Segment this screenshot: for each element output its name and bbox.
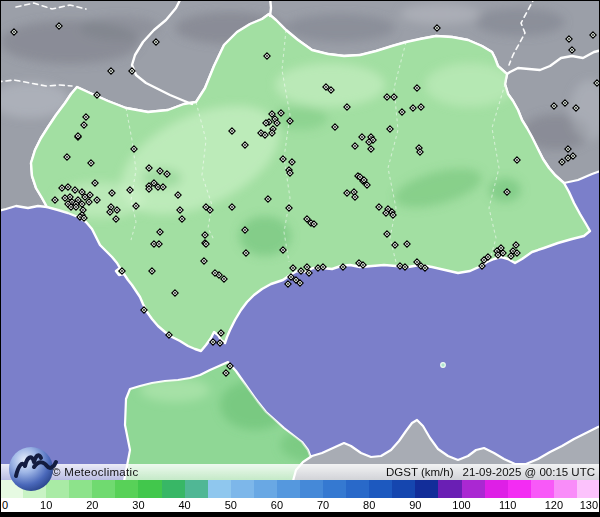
station-marker-dot [567,148,569,150]
station-marker-dot [291,161,293,163]
scale-segment [138,480,161,498]
station-marker-dot [389,128,391,130]
station-marker-dot [155,41,157,43]
station-marker-dot [596,82,598,84]
station-marker-dot [288,207,290,209]
station-marker-dot [220,332,222,334]
scale-tick-label: 40 [178,498,190,512]
station-marker-dot [58,25,60,27]
scale-segment [185,480,208,498]
station-marker-dot [135,205,137,207]
station-marker-dot [85,116,87,118]
station-marker-dot [204,234,206,236]
scale-segment [115,480,138,498]
station-marker-dot [353,191,355,193]
station-marker-dot [75,206,77,208]
logo-sphere [9,447,53,491]
station-marker-dot [342,266,344,268]
station-marker-dot [81,191,83,193]
station-marker-dot [205,206,207,208]
station-marker-dot [70,206,72,208]
station-marker-dot [218,274,220,276]
station-marker-dot [61,187,63,189]
station-marker-dot [225,372,227,374]
scale-tick-label: 50 [225,498,237,512]
station-marker-dot [67,186,69,188]
station-marker-dot [212,341,214,343]
scale-tick-label: 70 [317,498,329,512]
scale-segment [69,480,92,498]
scale-segment [254,480,277,498]
station-marker-dot [571,49,573,51]
station-marker-dot [166,173,168,175]
scale-segment [300,480,323,498]
station-marker-dot [129,189,131,191]
scale-tick-label: 60 [271,498,283,512]
station-marker-dot [370,148,372,150]
station-marker-dot [401,111,403,113]
timestamp-label: 21-09-2025 @ 00:15 UTC [463,466,596,478]
station-marker-dot [214,272,216,274]
scale-tick-label: 0 [2,498,8,512]
station-marker-dot [174,292,176,294]
station-marker-dot [330,89,332,91]
station-marker-dot [83,124,85,126]
station-marker-dot [90,162,92,164]
station-marker-dot [157,186,159,188]
scale-tick-label: 100 [452,498,470,512]
station-marker-dot [276,122,278,124]
station-marker-dot [497,254,499,256]
station-marker-dot [84,196,86,198]
scale-segment [92,480,115,498]
station-marker-dot [412,107,414,109]
copyright-link[interactable]: © Meteoclimatic [52,466,138,478]
station-marker-dot [260,132,262,134]
station-marker-dot [13,31,15,33]
station-marker-dot [264,134,266,136]
station-marker-dot [592,34,594,36]
station-marker-dot [419,151,421,153]
station-marker-dot [363,179,365,181]
station-marker-dot [362,264,364,266]
station-marker-dot [366,184,368,186]
station-marker-dot [148,188,150,190]
station-marker-dot [416,261,418,263]
station-marker-dot [317,267,319,269]
station-marker-dot [386,96,388,98]
station-marker-dot [96,94,98,96]
station-marker-dot [313,223,315,225]
station-marker-dot [385,212,387,214]
scale-segment [323,480,346,498]
scale-segment [392,480,415,498]
station-marker-dot [280,112,282,114]
map-canvas [0,0,600,481]
scale-segment [415,480,438,498]
station-marker-dot [354,145,356,147]
station-marker-dot [387,208,389,210]
station-marker-dot [96,199,98,201]
station-marker-dot [290,276,292,278]
wind-gust-color-scale [0,480,600,498]
scale-segment [508,480,531,498]
station-marker-dot [265,122,267,124]
station-marker-dot [111,192,113,194]
station-marker-dot [244,229,246,231]
station-marker-dot [289,120,291,122]
station-marker-dot [567,157,569,159]
station-marker-dot [148,167,150,169]
bottom-black-strip [0,512,600,517]
scale-segment [208,480,231,498]
station-marker-dot [416,87,418,89]
station-marker-dot [266,55,268,57]
station-marker-dot [572,155,574,157]
meteoclimatic-logo[interactable] [5,441,59,495]
station-marker-dot [168,334,170,336]
station-marker-dot [271,113,273,115]
station-marker-dot [274,118,276,120]
station-marker-dot [424,267,426,269]
station-marker-dot [354,196,356,198]
station-marker-dot [575,107,577,109]
station-marker-dot [361,136,363,138]
station-marker-dot [308,272,310,274]
station-marker-dot [481,265,483,267]
